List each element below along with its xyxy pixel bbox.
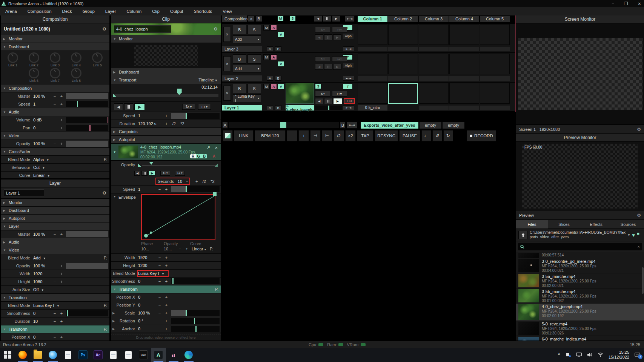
layer-play-button[interactable]: ▶ — [333, 98, 342, 104]
transport-mode-dropdown[interactable]: Timeline ▾ — [198, 78, 217, 82]
file-explorer-icon[interactable] — [30, 348, 45, 362]
decrement-button[interactable]: − — [156, 319, 163, 323]
resolume-arena-icon[interactable]: A — [151, 348, 166, 362]
param-slider-volume[interactable] — [66, 117, 108, 123]
envelope-p-button[interactable]: P. — [210, 247, 213, 251]
link-button[interactable]: LINK — [234, 130, 254, 141]
composition-skip-buttons[interactable]: ⇤⇥ — [345, 15, 355, 22]
clip-pause-button[interactable] — [141, 171, 148, 176]
increment-button[interactable]: + — [163, 121, 170, 126]
layer-a-button[interactable]: A — [271, 25, 277, 31]
param-value-duration[interactable]: 10 — [33, 319, 51, 324]
param-value-speed[interactable]: 1 — [138, 114, 156, 118]
decrement-button[interactable]: − — [156, 121, 163, 126]
seconds-mode-dropdown[interactable]: Seconds — [158, 179, 174, 184]
section-composition[interactable]: ▼Composition — [1, 84, 109, 92]
alpha-channel-toggle[interactable]: A — [213, 154, 215, 158]
dashboard-knob-8[interactable]: Link 8 — [69, 68, 84, 83]
layer-direction-button[interactable]: ↦▾ — [332, 91, 347, 97]
tap-button[interactable]: TAP — [357, 130, 373, 141]
ableton-live-icon[interactable]: Live — [136, 348, 151, 362]
layer-b-toggle[interactable]: B — [275, 76, 281, 81]
layer-a-toggle[interactable]: A — [267, 105, 273, 110]
increment-button[interactable]: + — [58, 272, 65, 276]
bpm-display[interactable]: BPM 120 — [255, 130, 286, 141]
path-dropdown-icon[interactable]: ▾ — [628, 233, 630, 237]
param-value-opacity[interactable]: 100 % — [33, 141, 51, 146]
decrement-button[interactable]: − — [51, 118, 58, 122]
layer-blend-mode-dropdown[interactable]: Add▾ — [233, 35, 261, 43]
increment-button[interactable]: + — [163, 255, 170, 260]
param-slider-opacity[interactable] — [66, 263, 108, 269]
param-value-master[interactable]: 100 % — [33, 94, 51, 98]
menu-item-column[interactable]: Column — [121, 9, 147, 14]
param-value-behaviour[interactable]: Cut▾ — [33, 165, 63, 170]
param-value-smoothness[interactable]: 0 — [138, 279, 156, 284]
increment-button[interactable]: + — [163, 327, 170, 331]
decrement-button[interactable]: − — [51, 311, 58, 316]
file-item-4-0_chez_joseph.mp4[interactable]: 4-0_chez_joseph.mp4MF h264, 1920x1200, 2… — [516, 304, 644, 321]
clip-cell-4-0_chez_joseph[interactable] — [388, 83, 418, 104]
increment-button[interactable]: + — [58, 311, 65, 316]
layer-pause-button[interactable] — [324, 34, 332, 40]
layer-name-label[interactable]: Layer 1 — [222, 105, 262, 110]
param-value-auto-size[interactable]: Off▾ — [33, 287, 63, 292]
param-value-speed[interactable]: 1 — [33, 102, 51, 106]
increment-button[interactable]: + — [58, 118, 65, 122]
layer-m-button[interactable]: M — [263, 54, 270, 60]
deck-tab-2[interactable]: empty — [420, 122, 441, 129]
param-slider-opacity[interactable] — [66, 141, 108, 147]
decrement-button[interactable]: − — [156, 263, 163, 268]
section-transform[interactable]: ▼TransformP. — [111, 285, 221, 293]
clip-name-label[interactable]: 0-5_intro — [358, 105, 387, 110]
file-item-3-5a_marche.mp4[interactable]: 3-5a_marche.mp4MF h264, 1920x1200, 25.00… — [516, 273, 644, 288]
view-mode-grid-icon[interactable] — [637, 233, 642, 237]
start-button[interactable] — [0, 348, 15, 362]
increment-button[interactable]: + — [163, 303, 170, 307]
layer-v-button[interactable]: V — [278, 84, 284, 89]
browser-tab-sources[interactable]: Sources — [612, 220, 644, 229]
section-dashboard[interactable]: ▶Dashboard — [1, 207, 109, 215]
section-transform[interactable]: ▼TransformP. — [1, 325, 109, 333]
notepad-icon[interactable] — [60, 348, 75, 362]
resolume-avenue-icon[interactable]: a — [166, 348, 181, 362]
section-crossfader[interactable]: ▼CrossFader — [1, 148, 109, 156]
loop-mode-button[interactable]: ↻▾ — [182, 104, 195, 110]
column-tab-5[interactable]: Column 5 — [480, 16, 510, 22]
layer-pause-button[interactable] — [324, 64, 332, 70]
dashboard-knob-6[interactable]: Link 6 — [26, 68, 41, 83]
composition-settings-gear-icon[interactable]: ⚙ — [102, 26, 106, 32]
layer-back-button[interactable]: ◀ — [315, 34, 323, 40]
composition-clear-button[interactable]: × — [248, 15, 255, 22]
layer-play-button[interactable]: ▶ — [333, 64, 341, 70]
photos-icon[interactable] — [45, 348, 60, 362]
firefox-icon[interactable] — [15, 348, 30, 362]
crossfader-slider[interactable] — [229, 122, 339, 128]
layer-name-input[interactable] — [4, 189, 44, 197]
layer-pause-button[interactable] — [324, 98, 332, 104]
browser-tab-files[interactable]: Files — [516, 220, 548, 229]
dashboard-knob-2[interactable]: Link 2 — [26, 52, 41, 67]
layer-a-toggle[interactable]: A — [267, 46, 273, 51]
seconds-double-button[interactable]: *2 — [208, 179, 217, 184]
clip-cell-0-5_intro[interactable] — [358, 83, 387, 104]
rgb-toggle-group[interactable]: R G B — [190, 154, 207, 158]
transport-pause-button[interactable] — [124, 103, 133, 110]
envelope-point-end[interactable] — [213, 192, 217, 196]
increment-button[interactable]: + — [58, 279, 65, 284]
file-item-3-0_rencontre_gd_mere.mp4[interactable]: 3-0_rencontre_gd_mere.mp4MF h264, 1920x1… — [516, 258, 644, 273]
layer-blend-mode-dropdown[interactable]: * Luma Key I▾ — [233, 94, 261, 102]
active-clip-name[interactable]: 4-0_chez_joseph — [286, 105, 314, 110]
preview-settings-gear-icon[interactable]: ⚙ — [637, 213, 641, 218]
menu-item-arena[interactable]: Arena — [0, 9, 22, 14]
increment-button[interactable]: + — [163, 279, 170, 284]
search-input[interactable]: × — [518, 243, 642, 250]
layer-loop-button[interactable]: ↻▾ — [315, 56, 330, 62]
layer-back-button[interactable]: ◀ — [315, 64, 323, 70]
section-monitor[interactable]: ▶Monitor — [1, 35, 109, 43]
increment-button[interactable]: + — [163, 295, 170, 299]
bpm-mode-icon[interactable] — [223, 130, 233, 141]
clip-cell[interactable] — [388, 54, 418, 74]
clip-back-button[interactable]: ◀ — [134, 171, 140, 176]
decrement-button[interactable]: − — [51, 264, 58, 268]
